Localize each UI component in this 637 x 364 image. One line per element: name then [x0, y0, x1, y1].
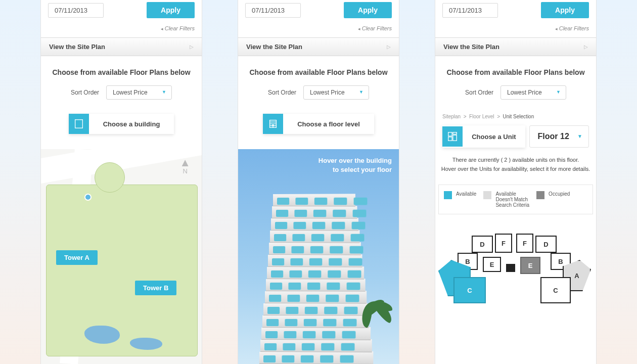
palm-icon: [350, 298, 396, 364]
svg-rect-14: [448, 132, 452, 136]
choose-unit-card[interactable]: Choose a Unit: [442, 125, 525, 148]
svg-rect-16: [453, 135, 457, 141]
compass-icon: ▲N: [179, 158, 191, 175]
floor-select[interactable]: Floor 12: [529, 125, 589, 148]
unit-icon: [442, 126, 463, 147]
clear-filters-link[interactable]: Clear Filters: [555, 25, 589, 31]
sort-row: Sort Order Lowest Price: [41, 85, 202, 114]
building-icon: [69, 114, 89, 134]
clear-filters-link[interactable]: Clear Filters: [161, 25, 195, 31]
choose-building-card[interactable]: Choose a building: [69, 114, 174, 134]
map-marker: [84, 194, 92, 201]
swatch-partial: [483, 191, 491, 199]
unit-e-right[interactable]: E: [520, 257, 540, 274]
choose-floor-card[interactable]: Choose a floor level: [263, 114, 374, 134]
accordion-siteplan[interactable]: View the Site Plan ▷: [435, 37, 596, 56]
chevron-right-icon: ▷: [584, 44, 588, 50]
sort-select[interactable]: Lowest Price: [303, 85, 369, 100]
accordion-siteplan[interactable]: View the Site Plan ▷: [238, 37, 399, 56]
date-input[interactable]: [442, 3, 498, 18]
unit-f-right[interactable]: F: [516, 234, 533, 253]
sort-select[interactable]: Lowest Price: [106, 85, 172, 100]
date-input[interactable]: [48, 3, 104, 18]
breadcrumb: Siteplan > Floor Level > Unit Selection: [435, 114, 596, 125]
building-image[interactable]: Hover over the buildingto select your fl…: [238, 149, 399, 364]
hover-instruction: Hover over the buildingto select your fl…: [318, 156, 392, 174]
svg-rect-17: [448, 137, 452, 141]
svg-rect-15: [453, 132, 457, 134]
tower-a-button[interactable]: Tower A: [56, 250, 98, 265]
legend: Available Available Doesn't Match Search…: [438, 185, 593, 214]
availability-text: There are currently ( 2 ) available unit…: [435, 156, 596, 185]
accordion-siteplan[interactable]: View the Site Plan ▷: [41, 37, 202, 56]
panel-siteplan: Apply Clear Filters View the Site Plan ▷…: [40, 0, 202, 364]
svg-rect-0: [75, 120, 82, 128]
choose-heading: Choose from available Floor Plans below: [41, 56, 202, 85]
apply-button[interactable]: Apply: [147, 2, 195, 18]
panel-unitselection: Apply Clear Filters View the Site Plan ▷…: [435, 0, 597, 364]
unit-d-left[interactable]: D: [472, 236, 493, 253]
unit-f-left[interactable]: F: [495, 234, 512, 253]
swatch-occupied: [536, 191, 544, 199]
floor-icon: [263, 114, 283, 134]
unit-c-left[interactable]: C: [453, 277, 486, 303]
filter-row: Apply: [41, 0, 202, 21]
panel-floorlevel: Apply Clear Filters View the Site Plan ▷…: [238, 0, 399, 364]
unit-c-right[interactable]: C: [540, 277, 571, 303]
sort-label: Sort Order: [71, 89, 99, 96]
floorplate: D F B E C F D E B A C: [435, 226, 596, 343]
accordion-title: View the Site Plan: [49, 43, 105, 51]
apply-button[interactable]: Apply: [541, 2, 589, 18]
crumb-unitselection: Unit Selection: [503, 114, 534, 119]
chevron-right-icon: ▷: [387, 44, 391, 50]
clear-filters-link[interactable]: Clear Filters: [358, 25, 392, 31]
sort-select[interactable]: Lowest Price: [500, 85, 566, 100]
core: [506, 264, 515, 272]
crumb-siteplan[interactable]: Siteplan: [442, 114, 461, 119]
swatch-available: [444, 191, 452, 199]
date-input[interactable]: [245, 3, 301, 18]
unit-e-left[interactable]: E: [483, 257, 501, 272]
tower-graphic: /*floors drawn below via JS*/: [259, 192, 366, 364]
tower-b-button[interactable]: Tower B: [135, 281, 176, 295]
crumb-floorlevel[interactable]: Floor Level: [469, 114, 494, 119]
apply-button[interactable]: Apply: [344, 2, 392, 18]
siteplan-map[interactable]: ▲N Tower A Tower B: [41, 149, 202, 364]
choose-building-label: Choose a building: [89, 114, 174, 134]
chevron-right-icon: ▷: [190, 44, 194, 50]
unit-d-right[interactable]: D: [535, 236, 557, 253]
